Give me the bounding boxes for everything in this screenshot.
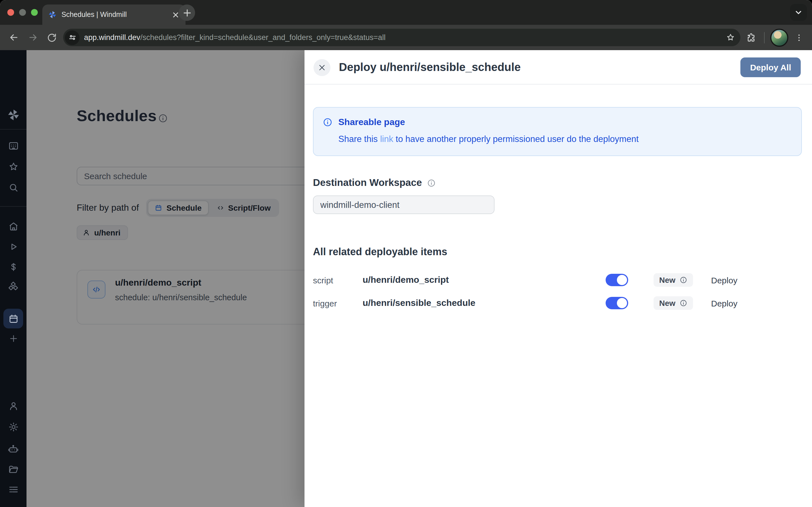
infobox-text: to have another properly permissioned us… [393,134,639,144]
apps-icon [8,140,19,152]
toggle-knob [617,298,627,308]
deploy-drawer: Deploy u/henri/sensible_schedule Deploy … [305,50,812,507]
extensions-puzzle-icon [746,33,756,43]
deployable-items-list: script u/henri/demo_script New Deploy tr… [313,273,802,310]
close-icon [318,63,326,71]
site-settings-button[interactable] [65,30,80,45]
browser-window: Schedules | Windmill app.windmill.dev/sc… [0,0,812,507]
drawer-close-button[interactable] [313,59,331,76]
window-minimize-button[interactable] [19,9,26,16]
sidebar-item-resources[interactable] [0,281,27,292]
play-icon [8,241,19,252]
extensions-button[interactable] [744,30,758,45]
destination-workspace-input[interactable] [313,195,495,214]
url-path: /schedules?filter_kind=schedule&user_and… [140,33,386,42]
sidebar-item-account[interactable] [0,400,27,412]
item-new-badge: New [654,273,693,287]
dollar-icon [8,262,19,273]
sidebar-item-runs[interactable] [0,241,27,252]
bookmark-button[interactable] [723,31,737,44]
user-icon [8,400,19,412]
window-close-button[interactable] [7,9,14,16]
info-circle-icon [322,117,333,127]
sidebar-item-settings[interactable] [0,421,27,433]
tab-search-button[interactable] [790,4,807,21]
search-icon [8,182,19,193]
deployable-item-row: trigger u/henri/sensible_schedule New De… [313,296,802,310]
address-bar[interactable]: app.windmill.dev/schedules?filter_kind=s… [63,29,741,46]
sidebar-divider [0,129,27,129]
sidebar-item-schedules-selected[interactable] [3,309,23,328]
browser-menu-button[interactable] [792,30,806,45]
browser-tab-schedules[interactable]: Schedules | Windmill [42,4,186,25]
robot-icon [7,443,19,455]
deployable-item-row: script u/henri/demo_script New Deploy [313,273,802,287]
infobox-body: Share this link to have another properly… [338,134,792,144]
windmill-favicon-icon [48,10,57,19]
share-link[interactable]: link [380,134,393,144]
toggle-knob [617,275,627,285]
chevron-down-icon [795,8,802,16]
url-host: app.windmill.dev [84,33,140,42]
sidebar-item-search[interactable] [0,182,27,193]
forward-button[interactable] [25,30,41,45]
sidebar-divider [0,206,27,207]
toolbar-separator [764,32,765,43]
url-text: app.windmill.dev/schedules?filter_kind=s… [84,33,719,42]
three-dots-icon [795,33,804,42]
folder-icon [8,464,19,475]
drawer-title: Deploy u/henri/sensible_schedule [339,61,521,74]
sidebar-item-workers[interactable] [0,443,27,455]
shareable-page-infobox: Shareable page Share this link to have a… [313,107,802,156]
infobox-text: Share this [338,134,380,144]
plus-icon [183,9,191,17]
sidebar-item-apps[interactable] [0,140,27,152]
badge-label: New [659,276,675,284]
reload-button[interactable] [44,30,60,45]
list-icon [8,484,19,495]
badge-label: New [659,298,675,307]
home-icon [8,221,19,232]
badge-info-icon[interactable] [679,299,688,307]
item-enable-toggle[interactable] [606,274,628,286]
modal-dim-overlay[interactable] [27,50,305,507]
item-path: u/henri/sensible_schedule [363,298,606,308]
sidebar-item-home[interactable] [0,221,27,232]
browser-toolbar: app.windmill.dev/schedules?filter_kind=s… [0,25,812,50]
destination-info-icon[interactable] [427,178,436,187]
app-sidebar [0,50,27,507]
item-enable-toggle[interactable] [606,297,628,309]
sidebar-item-favorites[interactable] [0,161,27,172]
windmill-logo-icon[interactable] [0,108,27,122]
plus-icon [8,334,18,344]
gear-icon [8,421,19,433]
tune-icon [68,33,77,42]
window-zoom-button[interactable] [31,9,38,16]
sidebar-item-logs[interactable] [0,484,27,495]
star-icon [8,161,19,172]
infobox-title: Shareable page [338,117,405,127]
screenshot-viewport: Schedules | Windmill app.windmill.dev/sc… [0,0,812,507]
back-button[interactable] [6,30,21,45]
badge-info-icon[interactable] [679,276,688,284]
drawer-header: Deploy u/henri/sensible_schedule Deploy … [305,50,812,84]
sidebar-item-create[interactable] [0,334,27,344]
profile-avatar[interactable] [770,29,788,47]
tab-title: Schedules | Windmill [61,11,166,18]
deployable-items-heading: All related deployable items [313,246,802,258]
bookmark-star-icon [725,33,735,42]
destination-workspace-label: Destination Workspace [313,177,422,189]
item-deploy-button[interactable]: Deploy [711,275,737,285]
item-path: u/henri/demo_script [363,275,606,285]
reload-icon [47,33,57,43]
new-tab-button[interactable] [179,4,195,21]
sidebar-item-variables[interactable] [0,262,27,273]
item-kind: trigger [313,298,363,308]
drawer-body: Shareable page Share this link to have a… [305,107,812,310]
item-kind: script [313,275,363,285]
item-deploy-button[interactable]: Deploy [711,298,737,308]
deploy-all-button[interactable]: Deploy All [741,57,801,77]
calendar-icon [8,313,19,324]
item-new-badge: New [654,296,693,310]
sidebar-item-folders[interactable] [0,464,27,475]
